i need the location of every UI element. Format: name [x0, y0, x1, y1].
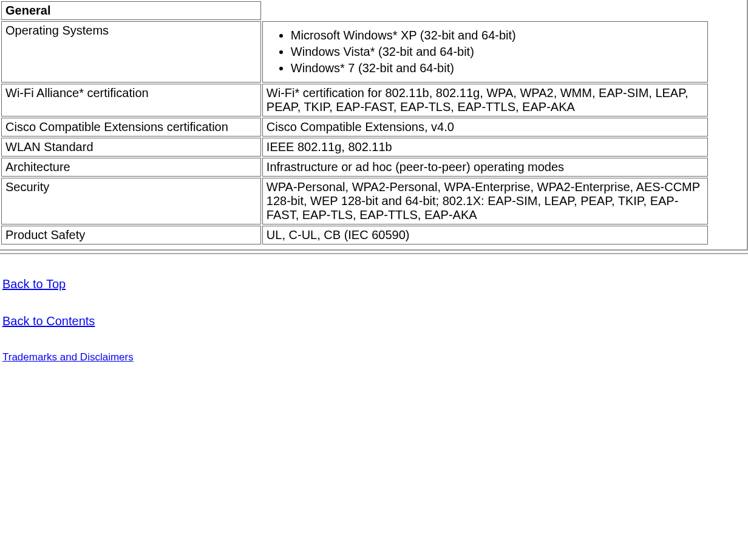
spec-label: Architecture	[1, 158, 261, 177]
content-container: General Operating Systems Microsoft Wind…	[0, 0, 748, 251]
spec-label: WLAN Standard	[1, 138, 261, 157]
table-row: Security WPA-Personal, WPA2-Personal, WP…	[1, 178, 708, 224]
table-row: WLAN Standard IEEE 802.11g, 802.11b	[1, 138, 708, 157]
spec-value: IEEE 802.11g, 802.11b	[262, 138, 708, 157]
empty-cell	[262, 1, 708, 20]
spec-value: UL, C-UL, CB (IEC 60590)	[262, 226, 708, 245]
spec-value: Cisco Compatible Extensions, v4.0	[262, 118, 708, 137]
back-to-contents-link[interactable]: Back to Contents	[2, 314, 95, 328]
list-item: Microsoft Windows* XP (32-bit and 64-bit…	[291, 27, 704, 44]
spec-value: WPA-Personal, WPA2-Personal, WPA-Enterpr…	[262, 178, 708, 224]
spec-label: Wi-Fi Alliance* certification	[1, 84, 261, 116]
table-row: Cisco Compatible Extensions certificatio…	[1, 118, 708, 137]
spec-value: Microsoft Windows* XP (32-bit and 64-bit…	[262, 21, 708, 83]
link-wrapper: Trademarks and Disclaimers	[2, 351, 748, 363]
table-header-row: General	[1, 1, 708, 20]
link-wrapper: Back to Contents	[2, 314, 748, 328]
divider	[0, 253, 748, 254]
back-to-top-link[interactable]: Back to Top	[2, 277, 66, 291]
spec-label: Cisco Compatible Extensions certificatio…	[1, 118, 261, 137]
table-row: Architecture Infrastructure or ad hoc (p…	[1, 158, 708, 177]
spec-value: Infrastructure or ad hoc (peer-to-peer) …	[262, 158, 708, 177]
table-row: Operating Systems Microsoft Windows* XP …	[1, 21, 708, 83]
table-row: Product Safety UL, C-UL, CB (IEC 60590)	[1, 226, 708, 245]
list-item: Windows* 7 (32-bit and 64-bit)	[291, 60, 704, 76]
spec-value: Wi-Fi* certification for 802.11b, 802.11…	[262, 84, 708, 116]
links-section: Back to Top Back to Contents Trademarks …	[0, 277, 748, 363]
table-header-cell: General	[1, 1, 261, 20]
specs-table: General Operating Systems Microsoft Wind…	[0, 0, 709, 246]
list-item: Windows Vista* (32-bit and 64-bit)	[291, 44, 704, 60]
trademarks-link[interactable]: Trademarks and Disclaimers	[2, 351, 134, 363]
table-row: Wi-Fi Alliance* certification Wi-Fi* cer…	[1, 84, 708, 116]
link-wrapper: Back to Top	[2, 277, 748, 291]
os-list: Microsoft Windows* XP (32-bit and 64-bit…	[267, 27, 704, 76]
spec-label: Security	[1, 178, 261, 224]
spec-label: Product Safety	[1, 226, 261, 245]
spec-label: Operating Systems	[1, 21, 261, 83]
